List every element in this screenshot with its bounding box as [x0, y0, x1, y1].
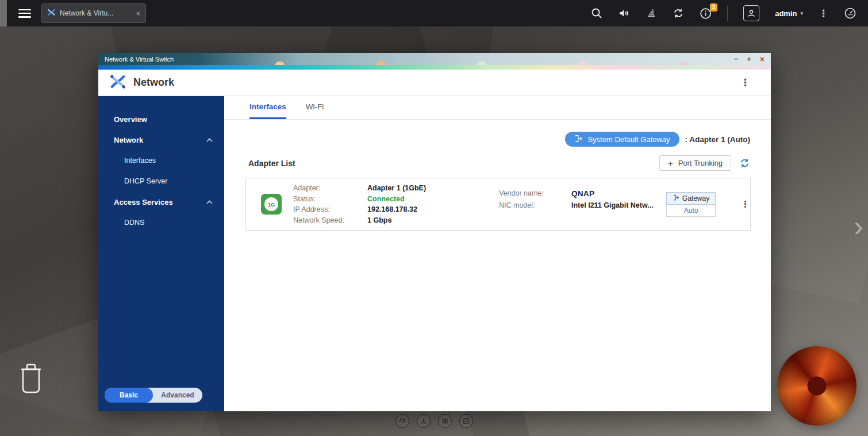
- window-titlebar[interactable]: Network & Virtual Switch − + ×: [98, 53, 771, 65]
- system-default-gateway-row: System Default Gateway : Adapter 1 (Auto…: [224, 132, 771, 147]
- page-title: Network: [133, 77, 174, 89]
- nic-model-value: Intel I211 Gigabit Netw...: [571, 200, 663, 212]
- sidebar-item-dhcp-server[interactable]: DHCP Server: [98, 171, 224, 192]
- dashboard-gauge-icon[interactable]: [844, 7, 857, 20]
- field-label: Status:: [293, 194, 367, 205]
- sidebar-item-overview[interactable]: Overview: [98, 109, 224, 129]
- status-badge: Connected: [367, 194, 483, 205]
- adapter-row: 1G Adapter: Adapter 1 (1GbE) Status: Con…: [245, 178, 751, 231]
- minimize-icon[interactable]: −: [734, 55, 739, 63]
- field-label: Network Speed:: [293, 215, 367, 226]
- edge-strip: [0, 0, 7, 26]
- window-body: Overview Network Interfaces DHCP Server …: [98, 96, 771, 411]
- gateway-icon: [574, 135, 583, 144]
- system-default-gateway-button[interactable]: System Default Gateway: [565, 132, 679, 147]
- gateway-button-label: System Default Gateway: [587, 135, 670, 144]
- adapter-name-value: Adapter 1 (1GbE): [367, 183, 483, 194]
- port-trunking-button[interactable]: + Port Trunking: [659, 155, 731, 171]
- basic-mode-button[interactable]: Basic: [105, 388, 153, 403]
- taskbar-tab-label: Network & Virtu...: [60, 9, 132, 17]
- search-icon[interactable]: [591, 7, 602, 19]
- field-label: Vendor name:: [499, 188, 571, 200]
- window-title: Network & Virtual Switch: [105, 56, 174, 63]
- maximize-icon[interactable]: +: [747, 55, 751, 63]
- adapter-fields: Adapter: Adapter 1 (1GbE) Status: Connec…: [293, 183, 483, 225]
- adapter-row-menu-icon[interactable]: ⋮: [741, 199, 750, 209]
- default-gateway-value: : Adapter 1 (Auto): [685, 135, 751, 144]
- sidebar: Overview Network Interfaces DHCP Server …: [98, 96, 224, 411]
- desktop-panels-icon[interactable]: [438, 414, 452, 428]
- vendor-fields: Vendor name: QNAP NIC model: Intel I211 …: [499, 188, 663, 212]
- quick-launch-icon[interactable]: [417, 414, 431, 428]
- gateway-controls: Gateway Auto: [666, 192, 716, 217]
- network-speed-value: 1 Gbps: [367, 215, 483, 226]
- gateway-toggle-button[interactable]: Gateway: [666, 192, 716, 205]
- brand-logo: [777, 346, 857, 426]
- chevron-down-icon: ▾: [800, 10, 803, 16]
- background-tasks-icon[interactable]: [646, 7, 657, 19]
- gateway-icon: [673, 194, 679, 202]
- mode-toggle: Basic Advanced: [105, 388, 202, 403]
- gateway-toggle-label: Gateway: [682, 194, 709, 202]
- dashboard-icon[interactable]: [395, 414, 409, 428]
- field-label: NIC model:: [499, 200, 571, 212]
- sidebar-item-label: Access Services: [114, 198, 173, 206]
- notifications-icon[interactable]: 3: [700, 7, 712, 20]
- sidebar-item-label: DHCP Server: [124, 177, 167, 185]
- app-header: Network ⋮: [98, 70, 771, 96]
- top-bar: Network & Virtu... ×: [0, 0, 868, 26]
- notes-icon[interactable]: [459, 414, 473, 428]
- username-label: admin: [775, 9, 797, 18]
- advanced-mode-button[interactable]: Advanced: [153, 391, 202, 399]
- port-trunking-label: Port Trunking: [678, 159, 723, 167]
- sidebar-item-label: Overview: [114, 115, 147, 124]
- notification-badge: 3: [710, 3, 718, 12]
- desktop-footer-icons: [0, 414, 868, 428]
- adapter-list-title: Adapter List: [248, 159, 659, 168]
- app-more-icon[interactable]: ⋮: [740, 77, 750, 89]
- window-controls: − + ×: [734, 53, 765, 65]
- topbar-divider: [727, 6, 728, 21]
- adapter-speed-label: 1G: [264, 197, 278, 211]
- plus-icon: +: [668, 158, 673, 168]
- gateway-auto-button[interactable]: Auto: [666, 205, 716, 217]
- adapter-speed-icon: 1G: [261, 194, 282, 215]
- network-app-icon: [110, 74, 126, 91]
- close-icon[interactable]: ×: [760, 55, 765, 63]
- tab-close-icon[interactable]: ×: [136, 9, 140, 18]
- rainbow-accent-strip: [98, 65, 771, 70]
- taskbar-tab-network-virtual-switch[interactable]: Network & Virtu... ×: [41, 3, 146, 23]
- sidebar-item-network[interactable]: Network: [98, 129, 224, 150]
- desktop-next-page-chevron[interactable]: ›: [854, 212, 863, 240]
- chevron-up-icon: [206, 138, 213, 142]
- sidebar-item-label: Network: [114, 136, 143, 144]
- network-switch-icon: [47, 8, 56, 18]
- sidebar-item-access-services[interactable]: Access Services: [98, 192, 224, 212]
- field-label: Adapter:: [293, 183, 367, 194]
- volume-icon[interactable]: [618, 7, 630, 19]
- chevron-up-icon: [206, 200, 213, 204]
- user-icon[interactable]: [743, 5, 759, 21]
- more-options-icon[interactable]: ⋮: [819, 7, 828, 20]
- desktop: Network & Virtu... ×: [0, 0, 868, 436]
- field-label: IP Address:: [293, 204, 367, 215]
- main-menu-icon[interactable]: [18, 9, 31, 18]
- sidebar-item-label: Interfaces: [124, 156, 156, 165]
- sync-icon[interactable]: [673, 7, 684, 19]
- network-virtual-switch-window: Network & Virtual Switch − + × Network ⋮: [98, 53, 771, 411]
- vendor-logo: QNAP: [571, 188, 663, 200]
- refresh-icon[interactable]: [739, 158, 750, 169]
- tab-interfaces[interactable]: Interfaces: [249, 96, 286, 119]
- adapter-list-header: Adapter List + Port Trunking: [224, 155, 771, 171]
- user-menu[interactable]: admin ▾: [775, 9, 803, 18]
- tab-bar: Interfaces Wi-Fi: [224, 96, 771, 120]
- topbar-icons: 3 admin ▾ ⋮: [591, 5, 868, 21]
- sidebar-item-interfaces[interactable]: Interfaces: [98, 150, 224, 171]
- tab-wifi[interactable]: Wi-Fi: [306, 96, 324, 119]
- sidebar-item-ddns[interactable]: DDNS: [98, 212, 224, 233]
- content-area: Interfaces Wi-Fi System Default Gateway …: [224, 96, 771, 411]
- sidebar-item-label: DDNS: [124, 219, 144, 227]
- ip-address-value: 192.168.178.32: [367, 204, 483, 215]
- recycle-bin-icon[interactable]: [17, 362, 45, 397]
